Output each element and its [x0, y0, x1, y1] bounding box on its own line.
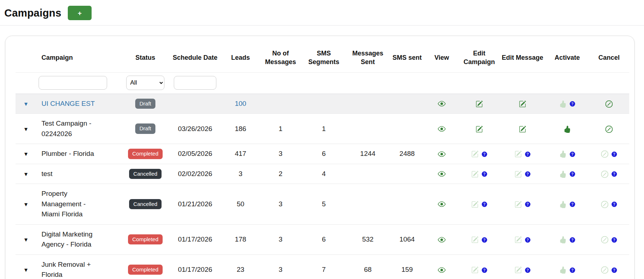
- edit-message-pencil-icon: [515, 200, 522, 208]
- help-question-circle-icon[interactable]: [570, 235, 575, 243]
- edit-message-cell: [499, 255, 546, 279]
- cancel-slash-icon: [601, 266, 608, 274]
- column-header-sms-sent: SMS sent: [390, 43, 424, 72]
- status-cell: Draft: [122, 94, 168, 114]
- leads-count: 3: [239, 170, 243, 177]
- help-question-circle-icon[interactable]: [482, 235, 487, 243]
- column-header-cancel: Cancel: [589, 43, 629, 72]
- filter-empty-cell: [424, 72, 459, 94]
- view-cell: [424, 94, 459, 114]
- campaign-name-cell: Test Campaign - 02242026: [36, 114, 122, 144]
- edit-message-pencil-icon[interactable]: [519, 125, 526, 133]
- help-question-circle-icon[interactable]: [570, 200, 575, 208]
- campaign-filter-input[interactable]: [39, 76, 107, 90]
- help-question-circle-icon[interactable]: [570, 266, 575, 274]
- help-question-circle-icon[interactable]: [612, 200, 617, 208]
- edit-message-pencil-icon[interactable]: [519, 100, 526, 108]
- cancel-slash-icon[interactable]: [605, 100, 613, 108]
- campaign-name-cell: UI CHANGE EST: [36, 94, 122, 114]
- cancel-cell: [589, 164, 629, 184]
- help-question-circle-icon[interactable]: [525, 150, 530, 158]
- edit-message-pencil-icon: [515, 235, 522, 243]
- help-question-circle-icon[interactable]: [612, 266, 617, 274]
- schedule-date-filter-input[interactable]: [174, 76, 216, 90]
- expand-row-triangle-down-icon[interactable]: ▼: [23, 201, 29, 207]
- help-question-circle-icon[interactable]: [570, 150, 575, 158]
- edit-campaign-pencil-icon: [471, 266, 478, 274]
- expand-cell: ▼: [16, 94, 36, 114]
- edit-campaign-pencil-icon[interactable]: [476, 100, 483, 108]
- help-question-circle-icon[interactable]: [525, 200, 530, 208]
- status-cell: Completed: [122, 224, 168, 255]
- schedule-date-cell: 03/26/2026: [168, 114, 222, 144]
- edit-campaign-cell: [459, 164, 499, 184]
- leads-cell: 3: [222, 164, 259, 184]
- campaign-filter-cell: [36, 72, 122, 94]
- expand-row-triangle-down-icon[interactable]: ▼: [23, 237, 29, 243]
- no-of-messages-cell: 3: [259, 255, 302, 279]
- status-badge: Completed: [128, 234, 163, 245]
- status-cell: Draft: [122, 114, 168, 144]
- no-of-messages-cell: 2: [259, 164, 302, 184]
- help-question-circle-icon[interactable]: [482, 150, 487, 158]
- cancel-slash-icon[interactable]: [605, 125, 613, 133]
- help-question-circle-icon[interactable]: [612, 150, 617, 158]
- page-title: Campaigns: [4, 7, 61, 19]
- leads-count-link[interactable]: 100: [235, 100, 246, 107]
- view-eye-icon[interactable]: [438, 99, 446, 108]
- edit-campaign-pencil-icon: [471, 150, 478, 158]
- expand-row-triangle-down-icon[interactable]: ▼: [23, 267, 29, 273]
- status-badge: Cancelled: [129, 169, 162, 179]
- view-eye-icon[interactable]: [438, 266, 446, 274]
- expand-row-triangle-down-icon[interactable]: ▼: [23, 101, 29, 107]
- filter-empty-cell: [302, 72, 346, 94]
- view-eye-icon[interactable]: [438, 150, 446, 158]
- view-eye-icon[interactable]: [438, 125, 446, 133]
- help-question-circle-icon[interactable]: [612, 170, 617, 178]
- status-filter-select[interactable]: All: [126, 76, 164, 90]
- sms-sent-cell: 1064: [390, 224, 424, 255]
- status-badge: Completed: [128, 149, 163, 159]
- leads-cell: 23: [222, 255, 259, 279]
- campaign-name: test: [41, 169, 105, 179]
- campaign-name-cell: Junk Removal + Florida: [36, 255, 122, 279]
- expand-row-triangle-down-icon[interactable]: ▼: [23, 151, 29, 157]
- activate-thumb-icon[interactable]: [564, 125, 571, 133]
- campaign-row: ▼UI CHANGE ESTDraft100: [16, 94, 629, 114]
- expand-row-triangle-down-icon[interactable]: ▼: [23, 126, 29, 132]
- messages-sent-cell: [346, 114, 390, 144]
- edit-campaign-pencil-icon[interactable]: [476, 125, 483, 133]
- help-question-circle-icon[interactable]: [482, 266, 487, 274]
- view-eye-icon[interactable]: [438, 200, 446, 208]
- edit-campaign-cell: [459, 255, 499, 279]
- column-header-schedule-date: Schedule Date: [168, 43, 222, 72]
- filter-empty-cell: [346, 72, 390, 94]
- filter-empty-cell: [459, 72, 499, 94]
- status-cell: Completed: [122, 255, 168, 279]
- sms-segments-cell: 6: [302, 224, 346, 255]
- plus-icon: +: [78, 9, 82, 17]
- column-header-view: View: [424, 43, 459, 72]
- help-question-circle-icon[interactable]: [570, 100, 575, 108]
- view-cell: [424, 255, 459, 279]
- sms-segments-cell: 5: [302, 184, 346, 225]
- view-eye-icon[interactable]: [438, 170, 446, 178]
- help-question-circle-icon[interactable]: [525, 235, 530, 243]
- status-filter-cell: All: [122, 72, 168, 94]
- leads-count: 50: [237, 200, 244, 208]
- campaign-name-link[interactable]: UI CHANGE EST: [41, 99, 105, 109]
- help-question-circle-icon[interactable]: [570, 170, 575, 178]
- view-eye-icon[interactable]: [438, 235, 446, 244]
- help-question-circle-icon[interactable]: [525, 170, 530, 178]
- add-campaign-button[interactable]: +: [68, 6, 92, 20]
- expand-row-triangle-down-icon[interactable]: ▼: [23, 171, 29, 177]
- leads-count: 417: [235, 150, 246, 157]
- view-cell: [424, 164, 459, 184]
- status-cell: Completed: [122, 144, 168, 164]
- help-question-circle-icon[interactable]: [482, 200, 487, 208]
- help-question-circle-icon[interactable]: [482, 170, 487, 178]
- help-question-circle-icon[interactable]: [525, 266, 530, 274]
- activate-thumb-icon: [559, 200, 566, 208]
- help-question-circle-icon[interactable]: [612, 235, 617, 243]
- sms-segments-cell: 6: [302, 144, 346, 164]
